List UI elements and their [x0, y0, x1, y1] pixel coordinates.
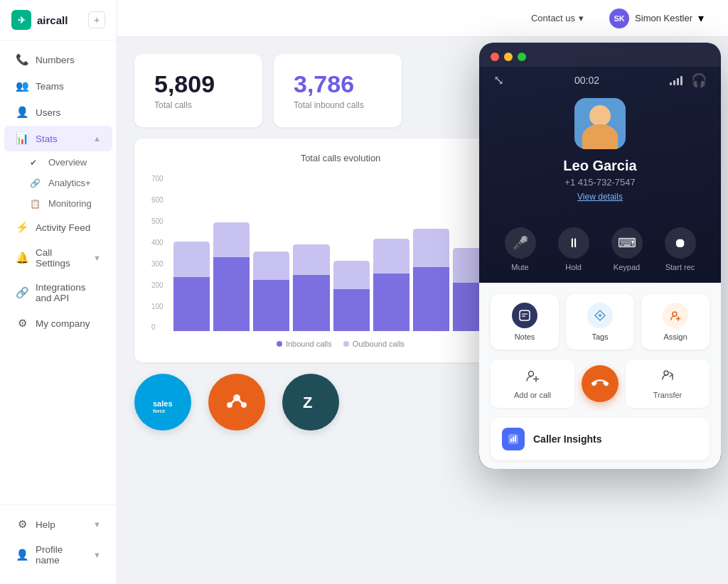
insights-icon [502, 428, 525, 450]
sidebar-item-profile[interactable]: 👤 Profile name ▼ [4, 538, 112, 572]
sidebar-item-stats[interactable]: 📊 Stats ▲ [4, 126, 112, 151]
assign-button[interactable]: Assign [641, 294, 710, 350]
sidebar-item-numbers[interactable]: 📞 Numbers [4, 47, 112, 72]
total-inbound-label: Total inbound calls [294, 100, 382, 110]
legend-inbound: Inbound calls [277, 340, 332, 348]
outbound-dot [343, 341, 349, 347]
svg-line-6 [237, 398, 244, 405]
svg-point-12 [673, 312, 677, 316]
transfer-button[interactable]: Transfer [626, 359, 710, 408]
sidebar-item-analytics[interactable]: 🔗 Analytics+ [0, 173, 117, 193]
caller-phone: +1 415-732-7547 [493, 177, 707, 188]
sidebar-item-teams[interactable]: 👥 Teams [4, 73, 112, 99]
sidebar-add-button[interactable]: + [88, 11, 105, 28]
zendesk-integration[interactable]: Z [282, 374, 339, 431]
call-controls: 🎤 Mute ⏸ Hold ⌨ Keypad ⏺ Start rec [479, 216, 721, 283]
user-chevron: ▾ [698, 11, 704, 25]
stats-arrow: ▲ [93, 134, 101, 143]
bar-group [413, 175, 449, 331]
activity-icon: ⚡ [16, 221, 28, 234]
sidebar-item-help[interactable]: ⚙ Help ▼ [4, 512, 112, 537]
traffic-lights [479, 43, 721, 67]
hold-button[interactable]: ⏸ Hold [558, 227, 589, 271]
minimize-light[interactable] [504, 53, 513, 61]
user-menu-button[interactable]: SK Simon Kestler ▾ [602, 4, 711, 33]
contact-us-chevron: ▾ [579, 13, 584, 23]
sidebar-item-integrations[interactable]: 🔗 Integrations and API [4, 276, 112, 310]
stats-icon: 📊 [16, 132, 28, 145]
analytics-icon: 🔗 [30, 178, 41, 188]
signal-bars [670, 75, 682, 85]
expand-icon[interactable]: ⤡ [493, 72, 504, 88]
call-settings-icon: 🔔 [16, 252, 28, 264]
header: Contact us ▾ SK Simon Kestler ▾ [117, 0, 728, 37]
add-or-call-button[interactable]: Add or call [491, 359, 574, 408]
mute-icon: 🎤 [505, 227, 536, 259]
total-calls-label: Total calls [154, 100, 242, 110]
sidebar-bottom: ⚙ Help ▼ 👤 Profile name ▼ [0, 504, 117, 584]
users-icon: 👤 [16, 106, 28, 119]
keypad-button[interactable]: ⌨ Keypad [611, 227, 643, 271]
chart-legend: Inbound calls Outbound calls [151, 340, 530, 348]
company-icon: ⚙ [16, 317, 28, 330]
hold-label: Hold [565, 263, 582, 271]
bottom-actions: Notes Tags [479, 283, 721, 469]
rec-label: Start rec [665, 263, 695, 271]
call-header: ⤡ 00:02 🎧 [479, 67, 721, 92]
teams-icon: 👥 [16, 80, 28, 92]
caller-avatar [574, 98, 626, 149]
call-settings-arrow: ▼ [93, 254, 101, 262]
chart-area: 0 100 200 300 400 500 600 700 [151, 175, 530, 331]
start-rec-button[interactable]: ⏺ Start rec [665, 227, 696, 271]
sidebar: ✈ aircall + 📞 Numbers 👥 Teams 👤 Users 📊 … [0, 0, 117, 584]
headphone-icon: 🎧 [691, 72, 707, 88]
integrations-icon: 🔗 [16, 286, 28, 299]
transfer-icon [660, 368, 675, 387]
inbound-dot [277, 341, 282, 347]
tags-button[interactable]: Tags [566, 294, 634, 350]
hubspot-integration[interactable] [208, 374, 265, 431]
maximize-light[interactable] [518, 53, 526, 61]
caller-name: Leo Garcia [493, 158, 707, 174]
caller-insights-button[interactable]: Caller Insights [491, 418, 710, 460]
notes-icon [512, 303, 537, 328]
total-inbound-card: 3,786 Total inbound calls [274, 54, 402, 127]
notes-button[interactable]: Notes [491, 294, 559, 350]
view-details-link[interactable]: View details [493, 192, 707, 202]
tags-icon [587, 303, 613, 328]
rec-icon: ⏺ [665, 227, 696, 259]
salesforce-integration[interactable]: sales force [134, 374, 191, 431]
bar-group [213, 175, 250, 331]
sidebar-item-call-settings[interactable]: 🔔 Call Settings ▼ [4, 241, 112, 275]
overview-icon: ✔ [30, 158, 41, 168]
total-inbound-value: 3,786 [294, 71, 382, 97]
close-light[interactable] [491, 53, 499, 61]
mute-label: Mute [511, 263, 528, 271]
caller-insights-label: Caller Insights [533, 433, 601, 445]
user-name: Simon Kestler [635, 13, 692, 23]
call-timer: 00:02 [574, 75, 599, 86]
sidebar-item-activity-feed[interactable]: ⚡ Activity Feed [4, 215, 112, 240]
hold-icon: ⏸ [558, 227, 589, 259]
help-icon: ⚙ [16, 518, 28, 531]
bar-group [333, 175, 370, 331]
phone-icon: 📞 [16, 53, 28, 66]
add-call-icon [525, 368, 540, 387]
keypad-icon: ⌨ [611, 227, 643, 259]
svg-text:Z: Z [303, 394, 312, 411]
assign-label: Assign [663, 332, 687, 341]
mute-button[interactable]: 🎤 Mute [505, 227, 536, 271]
contact-us-button[interactable]: Contact us ▾ [524, 9, 591, 28]
sidebar-item-users[interactable]: 👤 Users [4, 99, 112, 125]
svg-point-11 [599, 314, 601, 317]
sidebar-item-overview[interactable]: ✔ Overview [0, 152, 117, 173]
user-avatar: SK [609, 9, 629, 28]
sidebar-item-monitoring[interactable]: 📋 Monitoring [0, 193, 117, 214]
sidebar-nav: 📞 Numbers 👥 Teams 👤 Users 📊 Stats ▲ ✔ Ov… [0, 40, 117, 504]
keypad-label: Keypad [614, 263, 640, 271]
hangup-button[interactable] [582, 365, 619, 402]
action-buttons-row: Notes Tags [491, 294, 710, 350]
svg-line-5 [230, 398, 237, 405]
sidebar-item-my-company[interactable]: ⚙ My company [4, 310, 112, 336]
y-axis: 0 100 200 300 400 500 600 700 [151, 175, 169, 331]
